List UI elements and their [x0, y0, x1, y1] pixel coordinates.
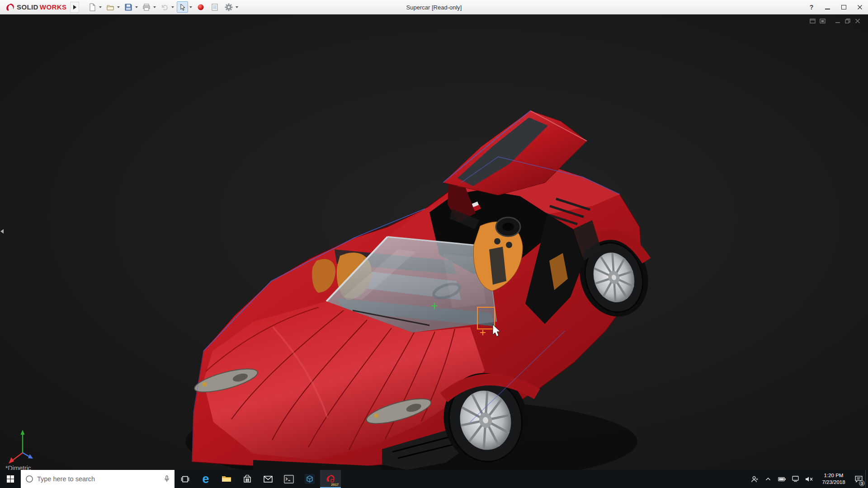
taskbar-clock[interactable]: 1:20 PM 7/23/2018	[816, 470, 852, 488]
brand-solid: SOLID	[17, 3, 38, 11]
battery-button[interactable]	[775, 470, 788, 488]
titlebar: SOLIDWORKS	[0, 0, 868, 14]
view-orientation-label: *Dimetric	[5, 465, 31, 470]
select-button[interactable]	[177, 1, 188, 13]
ds-logo-icon	[5, 3, 15, 12]
console-app-button[interactable]	[278, 470, 299, 488]
volume-muted-icon	[805, 476, 813, 482]
notification-badge: 3	[859, 480, 865, 486]
people-icon	[751, 476, 759, 483]
new-document-dropdown[interactable]	[98, 1, 103, 13]
solidworks-taskbar-button[interactable]: 2017	[320, 470, 341, 488]
store-app-button[interactable]	[237, 470, 258, 488]
search-input[interactable]	[37, 475, 160, 483]
featuremanager-expand-arrow[interactable]	[0, 226, 6, 237]
clock-date: 7/23/2018	[822, 479, 845, 486]
maximize-button[interactable]	[835, 0, 852, 14]
doc-close-icon[interactable]	[853, 17, 863, 24]
minimize-button[interactable]	[819, 0, 835, 14]
hidden-icons-button[interactable]	[761, 470, 775, 488]
doc-minimize-icon[interactable]	[833, 17, 843, 24]
taskbar-search[interactable]	[21, 470, 175, 488]
task-view-button[interactable]	[175, 470, 195, 488]
task-view-icon	[181, 475, 189, 483]
start-button[interactable]	[0, 470, 21, 488]
orientation-triad	[7, 428, 40, 466]
cad-viewer-icon	[305, 474, 315, 484]
close-icon	[857, 5, 863, 10]
solidworks-logo: SOLIDWORKS	[0, 3, 70, 12]
save-icon	[124, 3, 132, 11]
edge-icon: e	[202, 473, 209, 485]
solidworks-year-label: 2017	[331, 483, 339, 487]
windows-logo-icon	[7, 475, 14, 483]
network-icon	[792, 476, 799, 482]
volume-button[interactable]	[802, 470, 816, 488]
rebuild-sphere-icon	[197, 4, 204, 11]
system-tray: 1:20 PM 7/23/2018 3	[748, 470, 868, 488]
chevron-up-icon	[765, 477, 771, 481]
show-desktop-button[interactable]	[865, 470, 868, 488]
store-icon	[243, 475, 251, 483]
select-cursor-icon	[179, 4, 186, 11]
help-button[interactable]: ?	[804, 4, 819, 11]
document-title: Supercar [Read-only]	[406, 4, 462, 10]
maximize-icon	[841, 5, 846, 9]
doc-window-icon-b[interactable]	[817, 17, 827, 24]
print-button[interactable]	[141, 1, 152, 13]
options-button[interactable]	[223, 1, 234, 13]
supercar-model[interactable]	[0, 14, 868, 470]
file-explorer-icon	[222, 475, 231, 483]
taskbar: e 2017	[0, 470, 868, 488]
cad-viewer-app-button[interactable]	[299, 470, 320, 488]
minimize-icon	[825, 9, 830, 9]
file-properties-button[interactable]	[209, 1, 220, 13]
edge-app-button[interactable]: e	[195, 470, 216, 488]
clock-time: 1:20 PM	[824, 472, 844, 479]
window-controls: ?	[804, 0, 868, 14]
undo-icon	[160, 3, 169, 11]
mail-icon	[264, 476, 273, 483]
microphone-icon[interactable]	[164, 475, 170, 483]
mail-app-button[interactable]	[258, 470, 278, 488]
graphics-area[interactable]: *Dimetric	[0, 14, 868, 470]
console-icon	[284, 475, 294, 483]
save-button[interactable]	[123, 1, 134, 13]
options-dropdown[interactable]	[234, 1, 239, 13]
menu-expand-arrow[interactable]	[70, 2, 79, 13]
new-document-icon	[88, 3, 96, 11]
gear-icon	[225, 3, 233, 11]
doc-restore-icon[interactable]	[843, 17, 853, 24]
open-dropdown[interactable]	[116, 1, 121, 13]
print-dropdown[interactable]	[152, 1, 157, 13]
document-window-controls	[807, 17, 863, 24]
file-properties-icon	[211, 3, 219, 11]
close-button[interactable]	[852, 0, 868, 14]
doc-window-icon-a[interactable]	[807, 17, 817, 24]
cortana-icon	[25, 475, 33, 483]
undo-button[interactable]	[159, 1, 170, 13]
file-explorer-button[interactable]	[216, 470, 237, 488]
print-icon	[142, 3, 151, 11]
save-dropdown[interactable]	[134, 1, 139, 13]
undo-dropdown[interactable]	[170, 1, 175, 13]
open-button[interactable]	[104, 1, 116, 13]
quick-access-toolbar	[86, 1, 241, 13]
open-folder-icon	[106, 3, 114, 11]
battery-icon	[778, 477, 786, 481]
desktop: SOLIDWORKS	[0, 0, 868, 488]
action-center-button[interactable]: 3	[852, 470, 865, 488]
select-dropdown[interactable]	[188, 1, 193, 13]
new-document-button[interactable]	[86, 1, 98, 13]
people-button[interactable]	[748, 470, 761, 488]
rebuild-button[interactable]	[195, 1, 206, 13]
brand-works: WORKS	[40, 3, 67, 11]
network-button[interactable]	[788, 470, 802, 488]
